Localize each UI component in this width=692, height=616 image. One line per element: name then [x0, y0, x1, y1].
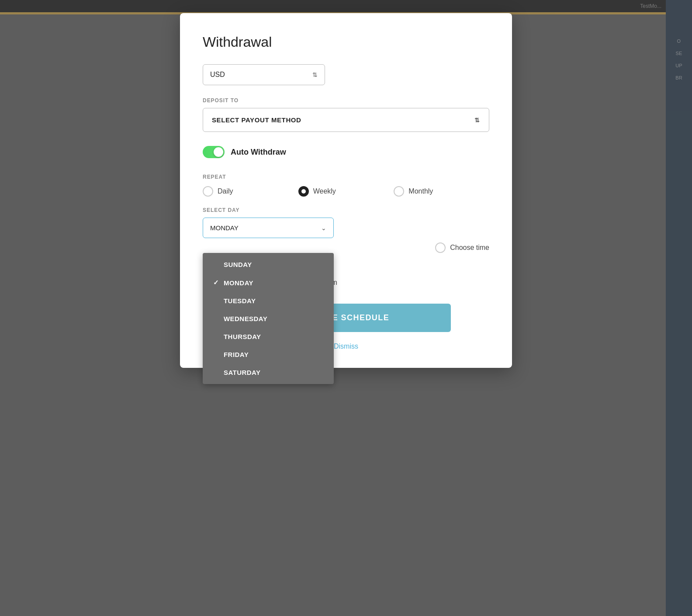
- day-select-field[interactable]: MONDAY ⌄: [203, 218, 334, 238]
- time-row: Choose time: [203, 242, 489, 253]
- repeat-weekly[interactable]: Weekly: [298, 186, 394, 197]
- payout-chevron-icon: ⇅: [474, 117, 480, 124]
- choose-time-label: Choose time: [450, 244, 489, 252]
- chevron-updown-icon: ⇅: [312, 71, 318, 78]
- currency-value: USD: [210, 71, 225, 79]
- day-option-friday[interactable]: FRIDAY: [203, 346, 334, 363]
- deposit-to-label: DEPOSIT TO: [203, 97, 489, 104]
- day-dropdown-menu[interactable]: SUNDAY ✓ MONDAY TUESDAY WEDNESDAY THURSD…: [203, 253, 334, 384]
- day-option-sunday[interactable]: SUNDAY: [203, 256, 334, 273]
- repeat-daily[interactable]: Daily: [203, 186, 298, 197]
- modal-overlay: Withdrawal USD ⇅ DEPOSIT TO SELECT PAYOU…: [0, 0, 692, 616]
- day-selected-value: MONDAY: [210, 224, 239, 232]
- tuesday-label: TUESDAY: [224, 297, 256, 305]
- repeat-monthly[interactable]: Monthly: [394, 186, 489, 197]
- select-day-section: SELECT DAY MONDAY ⌄ SUNDAY ✓ MONDAY TUES…: [203, 207, 489, 253]
- check-monday-icon: ✓: [213, 279, 222, 287]
- weekly-radio[interactable]: [298, 186, 309, 197]
- saturday-label: SATURDAY: [224, 369, 260, 376]
- monthly-radio[interactable]: [394, 186, 404, 197]
- currency-select[interactable]: USD ⇅: [203, 64, 325, 85]
- repeat-radio-group: Daily Weekly Monthly: [203, 186, 489, 197]
- payout-method-placeholder: SELECT PAYOUT METHOD: [212, 116, 301, 124]
- daily-radio[interactable]: [203, 186, 213, 197]
- thursday-label: THURSDAY: [224, 333, 261, 340]
- choose-time-item[interactable]: Choose time: [435, 242, 489, 253]
- sunday-label: SUNDAY: [224, 261, 252, 268]
- day-option-monday[interactable]: ✓ MONDAY: [203, 273, 334, 292]
- day-chevron-icon: ⌄: [321, 225, 326, 232]
- auto-withdraw-toggle[interactable]: [203, 146, 225, 158]
- choose-time-radio[interactable]: [435, 242, 446, 253]
- weekly-label: Weekly: [313, 187, 336, 195]
- auto-withdraw-label: Auto Withdraw: [231, 148, 286, 157]
- auto-withdraw-row: Auto Withdraw: [203, 146, 489, 158]
- friday-label: FRIDAY: [224, 351, 249, 358]
- modal-title: Withdrawal: [203, 34, 489, 50]
- day-option-wednesday[interactable]: WEDNESDAY: [203, 310, 334, 328]
- wednesday-label: WEDNESDAY: [224, 315, 267, 322]
- repeat-section: REPEAT Daily Weekly Monthly: [203, 174, 489, 197]
- day-option-tuesday[interactable]: TUESDAY: [203, 292, 334, 310]
- repeat-label: REPEAT: [203, 174, 489, 180]
- monthly-label: Monthly: [408, 187, 433, 195]
- payout-method-select[interactable]: SELECT PAYOUT METHOD ⇅: [203, 108, 489, 132]
- daily-label: Daily: [218, 187, 233, 195]
- withdrawal-modal: Withdrawal USD ⇅ DEPOSIT TO SELECT PAYOU…: [180, 13, 512, 368]
- select-day-label: SELECT DAY: [203, 207, 489, 213]
- toggle-knob: [214, 147, 223, 157]
- day-option-saturday[interactable]: SATURDAY: [203, 363, 334, 381]
- monday-label: MONDAY: [224, 279, 253, 287]
- day-option-thursday[interactable]: THURSDAY: [203, 328, 334, 346]
